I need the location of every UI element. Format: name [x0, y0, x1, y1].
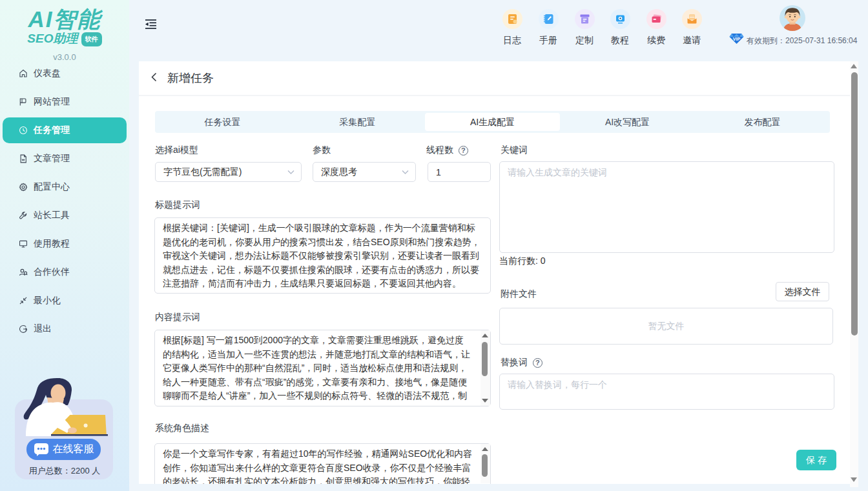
svg-text:VIP: VIP: [733, 37, 741, 41]
